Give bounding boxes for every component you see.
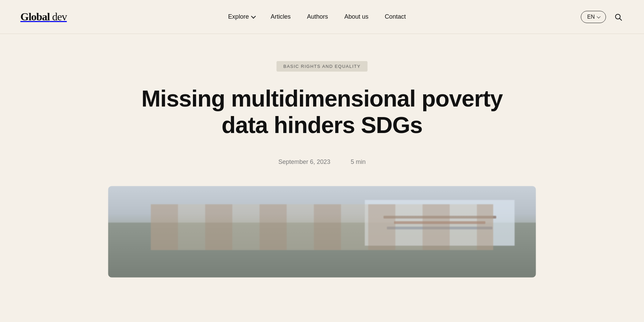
nav-about[interactable]: About us [344,13,369,20]
nav-explore[interactable]: Explore [228,13,254,20]
main-nav: Explore Articles Authors About us [228,13,406,20]
nav-articles[interactable]: Articles [271,13,291,20]
search-icon [614,13,622,21]
category-badge[interactable]: BASIC RIGHTS AND EQUALITY [276,61,368,72]
nav-authors[interactable]: Authors [307,13,328,20]
nav-contact[interactable]: Contact [385,13,406,20]
sign-text-3 [387,227,493,229]
article-title: Missing multidimensional poverty data hi… [135,85,509,138]
chevron-down-icon [251,14,256,18]
nav-right: EN [581,11,624,23]
svg-line-1 [620,18,622,20]
hero-image-placeholder [108,186,536,278]
chevron-down-icon [597,14,601,18]
sign-text-1 [383,216,496,219]
article-meta: September 6, 2023 5 min [278,158,365,166]
language-selector[interactable]: EN [581,11,606,23]
site-logo[interactable]: Global dev [20,11,67,23]
article-read-time: 5 min [351,158,366,166]
hero-image [108,186,536,278]
sign-text-2 [394,221,486,224]
image-sign-overlay [365,200,515,246]
search-button[interactable] [613,12,624,22]
site-header: Global dev Explore Articles Authors [0,0,644,34]
article-date: September 6, 2023 [278,158,330,166]
main-content: BASIC RIGHTS AND EQUALITY Missing multid… [0,34,644,278]
